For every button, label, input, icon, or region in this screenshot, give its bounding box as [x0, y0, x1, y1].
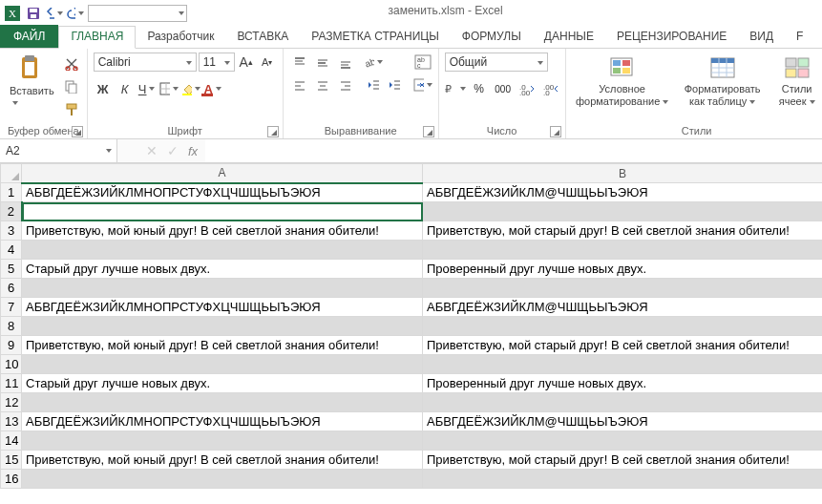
undo-button[interactable]: [46, 5, 63, 22]
decrease-decimal-button[interactable]: .00.0: [540, 79, 561, 98]
font-launcher-icon[interactable]: [267, 126, 279, 137]
column-header-b[interactable]: B: [423, 164, 823, 183]
excel-app-icon[interactable]: X: [4, 5, 21, 22]
tab-review[interactable]: РЕЦЕНЗИРОВАНИЕ: [605, 26, 738, 48]
qat-name-combo[interactable]: [88, 5, 187, 22]
row-header[interactable]: 11: [1, 374, 22, 393]
cell[interactable]: [423, 317, 823, 336]
cell[interactable]: [22, 279, 423, 298]
cell[interactable]: [423, 279, 823, 298]
cell[interactable]: [22, 431, 423, 451]
font-color-button[interactable]: A: [203, 79, 222, 98]
fx-icon[interactable]: fx: [188, 144, 198, 158]
cell[interactable]: [423, 355, 823, 374]
cell[interactable]: Проверенный друг лучше новых двух.: [423, 260, 823, 279]
alignment-launcher-icon[interactable]: [423, 126, 434, 137]
row-header[interactable]: 12: [1, 393, 22, 412]
row-header[interactable]: 8: [1, 317, 22, 336]
cut-button[interactable]: [62, 54, 81, 74]
cell[interactable]: АБВГДЕЁЖЗИЙКЛМНОПРСТУФХЦЧШЩЬЫЪЭЮЯ: [22, 183, 423, 202]
cell[interactable]: [22, 355, 423, 374]
save-icon[interactable]: [25, 5, 42, 22]
row-header[interactable]: 5: [1, 260, 22, 279]
cell[interactable]: Проверенный друг лучше новых двух.: [423, 374, 823, 393]
cell[interactable]: [22, 202, 423, 221]
row-header[interactable]: 4: [1, 241, 22, 260]
borders-button[interactable]: [159, 79, 179, 98]
wrap-text-button[interactable]: abc: [413, 52, 432, 72]
underline-button[interactable]: Ч: [137, 79, 157, 98]
cell[interactable]: Старый друг лучше новых двух.: [22, 374, 423, 393]
formula-input[interactable]: [205, 139, 822, 162]
align-right-button[interactable]: [335, 75, 356, 96]
cell-styles-button[interactable]: Стилиячеек: [772, 52, 822, 110]
align-center-button[interactable]: [312, 75, 333, 96]
column-header-a[interactable]: A: [22, 164, 423, 183]
merge-cells-button[interactable]: [413, 75, 432, 94]
align-top-button[interactable]: [289, 52, 310, 74]
row-header[interactable]: 14: [1, 431, 22, 451]
cell[interactable]: Приветствую, мой старый друг! В сей свет…: [423, 336, 823, 355]
cell[interactable]: [423, 431, 823, 451]
row-header[interactable]: 2: [1, 202, 22, 221]
qat-name-input[interactable]: [88, 5, 187, 22]
clipboard-launcher-icon[interactable]: [72, 126, 83, 137]
tab-view[interactable]: ВИД: [738, 26, 785, 48]
tab-page-layout[interactable]: РАЗМЕТКА СТРАНИЦЫ: [300, 26, 451, 48]
cell[interactable]: [423, 393, 823, 412]
cell[interactable]: Приветствую, мой старый друг! В сей свет…: [423, 451, 823, 470]
cell[interactable]: Приветствую, мой юный друг! В сей светло…: [22, 336, 423, 355]
number-launcher-icon[interactable]: [550, 126, 561, 137]
font-size-combo[interactable]: 11: [199, 52, 235, 72]
row-header[interactable]: 10: [1, 355, 22, 374]
tab-insert[interactable]: ВСТАВКА: [225, 26, 300, 48]
cell[interactable]: АБВГДЕЁЖЗИЙКЛМНОПРСТУФХЦЧШЩЬЫЪЭЮЯ: [22, 412, 423, 431]
italic-button[interactable]: К: [116, 79, 135, 98]
format-as-table-button[interactable]: Форматироватькак таблицу: [677, 52, 769, 110]
cell[interactable]: АБВГДЕЁЖЗИЙКЛМ@ЧШЩЬЫЪЭЮЯ: [423, 183, 823, 202]
cell[interactable]: Старый друг лучше новых двух.: [22, 260, 423, 279]
tab-file[interactable]: ФАЙЛ: [0, 25, 58, 48]
cell[interactable]: АБВГДЕЁЖЗИЙКЛМНОПРСТУФХЦЧШЩЬЫЪЭЮЯ: [22, 298, 423, 317]
tab-formulas[interactable]: ФОРМУЛЫ: [451, 26, 533, 48]
row-header[interactable]: 15: [1, 451, 22, 470]
increase-decimal-button[interactable]: .0.00: [516, 79, 537, 98]
align-bottom-button[interactable]: [335, 52, 356, 74]
cell[interactable]: [22, 317, 423, 336]
formula-accept-button[interactable]: ✓: [167, 143, 179, 158]
increase-indent-button[interactable]: [385, 75, 404, 94]
copy-button[interactable]: [62, 77, 81, 96]
cell[interactable]: [423, 241, 823, 260]
number-format-combo[interactable]: Общий: [445, 52, 548, 72]
percent-button[interactable]: %: [469, 79, 490, 98]
fill-color-button[interactable]: [181, 79, 200, 98]
decrease-indent-button[interactable]: [364, 75, 383, 94]
paste-button[interactable]: Вставить: [6, 52, 58, 110]
row-header[interactable]: 13: [1, 412, 22, 431]
cell[interactable]: [423, 202, 823, 221]
row-header[interactable]: 16: [1, 470, 22, 489]
align-middle-button[interactable]: [312, 52, 333, 74]
tab-extra[interactable]: F: [785, 26, 814, 48]
decrease-font-button[interactable]: A▾: [258, 52, 277, 72]
row-header[interactable]: 1: [1, 183, 22, 202]
cell[interactable]: [22, 393, 423, 412]
cell[interactable]: Приветствую, мой юный друг! В сей светло…: [22, 451, 423, 470]
cell[interactable]: АБВГДЕЁЖЗИЙКЛМ@ЧШЩЬЫЪЭЮЯ: [423, 298, 823, 317]
tab-data[interactable]: ДАННЫЕ: [533, 26, 605, 48]
font-name-combo[interactable]: Calibri: [94, 52, 197, 72]
comma-style-button[interactable]: 000: [493, 79, 514, 98]
currency-button[interactable]: ₽: [445, 79, 466, 98]
select-all-corner[interactable]: [1, 164, 22, 183]
orientation-button[interactable]: ab: [364, 52, 383, 72]
cell[interactable]: АБВГДЕЁЖЗИЙКЛМ@ЧШЩЬЫЪЭЮЯ: [423, 412, 823, 431]
row-header[interactable]: 7: [1, 298, 22, 317]
row-header[interactable]: 3: [1, 221, 22, 241]
cell[interactable]: [22, 470, 423, 489]
row-header[interactable]: 6: [1, 279, 22, 298]
cell[interactable]: Приветствую, мой юный друг! В сей светло…: [22, 221, 423, 241]
tab-developer[interactable]: Разработчик: [136, 26, 225, 48]
bold-button[interactable]: Ж: [94, 79, 113, 98]
align-left-button[interactable]: [289, 75, 310, 96]
conditional-formatting-button[interactable]: Условноеформатирование: [572, 52, 673, 110]
